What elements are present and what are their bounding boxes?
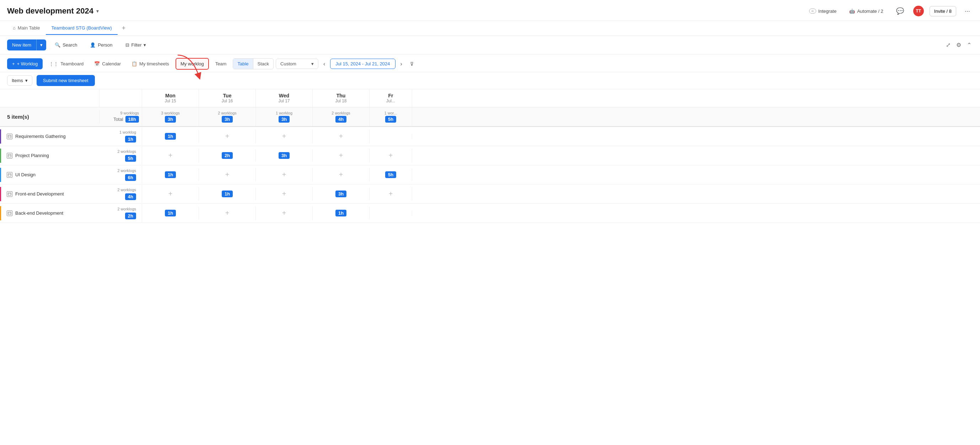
- tab-teamboard-stg[interactable]: Teamboard STG (BoardView): [46, 22, 118, 35]
- add-worklog-button[interactable]: +: [389, 190, 393, 198]
- avatar[interactable]: TT: [913, 6, 924, 16]
- title-chevron-icon[interactable]: ▾: [96, 8, 99, 14]
- worklog-time-badge[interactable]: 1h: [165, 210, 176, 217]
- day-cell: 3h: [256, 149, 313, 162]
- header: Web development 2024 ▾ ∞ Integrate 🤖 Aut…: [0, 0, 980, 21]
- worklog-info-cell: 2 worklogs 5h: [100, 147, 142, 164]
- day-cell[interactable]: +: [199, 206, 256, 220]
- tabs-bar: ⌂ Main Table Teamboard STG (BoardView) +: [0, 21, 980, 36]
- total-label: Total: [113, 116, 123, 122]
- filter-label: Filter: [132, 42, 142, 48]
- integrate-icon: ∞: [809, 8, 816, 13]
- worklog-time-badge[interactable]: 3h: [278, 152, 290, 159]
- custom-label: Custom: [280, 61, 296, 67]
- table-row: Back-end Development 2 worklogs 2h 1h++1…: [0, 204, 980, 223]
- day-cell[interactable]: +: [313, 168, 369, 182]
- worklog-info-cell: 2 worklogs 4h: [100, 185, 142, 203]
- filter-button[interactable]: ⊟ Filter ▾: [121, 40, 151, 50]
- day-cell[interactable]: +: [199, 168, 256, 182]
- date-range-button[interactable]: Jul 15, 2024 - Jul 21, 2024: [330, 59, 395, 69]
- settings-icon[interactable]: ⚙: [955, 40, 963, 50]
- invite-button[interactable]: Invite / 8: [929, 6, 956, 16]
- integrate-button[interactable]: ∞ Integrate: [805, 6, 840, 16]
- worklog-time-badge[interactable]: 1h: [165, 133, 176, 140]
- my-worklog-button[interactable]: My worklog: [175, 58, 209, 70]
- add-worklog-button[interactable]: +: [339, 171, 343, 179]
- worklog-time-badge[interactable]: 3h: [336, 190, 347, 197]
- worklog-info-cell: 2 worklogs 2h: [100, 204, 142, 222]
- day-cell[interactable]: +: [369, 148, 412, 163]
- tab-main-table[interactable]: ⌂ Main Table: [7, 22, 46, 35]
- collapse-icon[interactable]: ⌃: [966, 40, 973, 50]
- new-item-button[interactable]: New item ▾: [7, 40, 46, 51]
- add-worklog-button[interactable]: +: [339, 152, 343, 159]
- items-label: Items: [12, 78, 23, 83]
- submit-timesheet-button[interactable]: Submit new timesheet: [37, 75, 95, 86]
- table-view-button[interactable]: Table: [233, 59, 253, 69]
- nav-next-button[interactable]: ›: [398, 59, 405, 69]
- worklog-info-cell: 2 worklogs 6h: [100, 166, 142, 184]
- day-cell[interactable]: +: [199, 129, 256, 143]
- add-worklog-button[interactable]: +: [339, 132, 343, 140]
- svg-rect-4: [8, 174, 11, 176]
- day-cell[interactable]: +: [256, 187, 313, 201]
- new-item-caret-icon[interactable]: ▾: [36, 40, 46, 51]
- item-worklog-count: 2 worklogs: [117, 149, 136, 153]
- worklog-button[interactable]: + + Worklog: [7, 58, 43, 69]
- worklog-time-badge[interactable]: 1h: [222, 190, 233, 197]
- day-cell: 1h: [142, 130, 199, 142]
- filter-funnel-button[interactable]: ⊽: [407, 59, 417, 69]
- add-worklog-button[interactable]: +: [225, 171, 229, 179]
- custom-dropdown[interactable]: Custom ▾: [276, 59, 318, 69]
- day-cell: 5h: [369, 169, 412, 181]
- expand-icon[interactable]: ⤢: [945, 40, 952, 50]
- day-cell[interactable]: +: [256, 129, 313, 143]
- data-rows: Requirements Gathering 1 worklog 1h 1h++…: [0, 127, 980, 223]
- chat-button[interactable]: 💬: [892, 5, 907, 17]
- day-cell[interactable]: +: [313, 129, 369, 143]
- my-timesheets-button[interactable]: 📋 My timesheets: [127, 59, 173, 69]
- team-button[interactable]: Team: [211, 59, 231, 69]
- items-caret-icon: ▾: [25, 78, 28, 83]
- day-cell[interactable]: +: [256, 206, 313, 220]
- stack-view-button[interactable]: Stack: [253, 59, 274, 69]
- day-cell[interactable]: +: [142, 148, 199, 163]
- worklog-time-badge[interactable]: 1h: [165, 171, 176, 178]
- worklog-time-badge[interactable]: 2h: [222, 152, 233, 159]
- add-worklog-button[interactable]: +: [282, 132, 286, 140]
- item-worklog-count: 2 worklogs: [117, 169, 136, 173]
- teamboard-view-button[interactable]: ⋮⋮ Teamboard: [45, 59, 88, 69]
- items-dropdown[interactable]: Items ▾: [7, 75, 32, 86]
- add-worklog-button[interactable]: +: [282, 171, 286, 179]
- search-button[interactable]: 🔍 Search: [51, 40, 81, 50]
- nav-prev-button[interactable]: ‹: [320, 59, 328, 69]
- custom-caret-icon: ▾: [311, 61, 314, 67]
- tab-add-button[interactable]: +: [118, 21, 130, 35]
- calendar-view-button[interactable]: 📅 Calendar: [90, 59, 125, 69]
- day-cell[interactable]: +: [256, 168, 313, 182]
- summary-total-worklogs: 9 worklogs: [105, 111, 139, 115]
- date-range-label: Jul 15, 2024 - Jul 21, 2024: [336, 61, 390, 67]
- summary-total-time: 18h: [126, 116, 139, 123]
- day-cell[interactable]: +: [142, 187, 199, 201]
- item-icon: [7, 211, 13, 216]
- day-cell[interactable]: +: [313, 148, 369, 163]
- stack-label: Stack: [258, 61, 269, 67]
- team-label: Team: [215, 61, 227, 67]
- add-worklog-button[interactable]: +: [282, 209, 286, 217]
- worklog-time-badge[interactable]: 5h: [385, 171, 396, 178]
- item-worklog-count: 2 worklogs: [117, 207, 136, 211]
- add-worklog-button[interactable]: +: [169, 152, 173, 159]
- person-label: Person: [98, 42, 112, 48]
- add-worklog-button[interactable]: +: [225, 209, 229, 217]
- worklog-time-badge[interactable]: 1h: [336, 210, 347, 217]
- add-worklog-button[interactable]: +: [282, 190, 286, 198]
- person-button[interactable]: 👤 Person: [86, 40, 116, 50]
- more-menu-button[interactable]: ···: [962, 6, 973, 16]
- add-worklog-button[interactable]: +: [169, 190, 173, 198]
- item-worklog-count: 1 worklog: [119, 130, 136, 134]
- add-worklog-button[interactable]: +: [389, 152, 393, 159]
- automate-button[interactable]: 🤖 Automate / 2: [846, 6, 887, 16]
- day-cell[interactable]: +: [369, 187, 412, 201]
- add-worklog-button[interactable]: +: [225, 132, 229, 140]
